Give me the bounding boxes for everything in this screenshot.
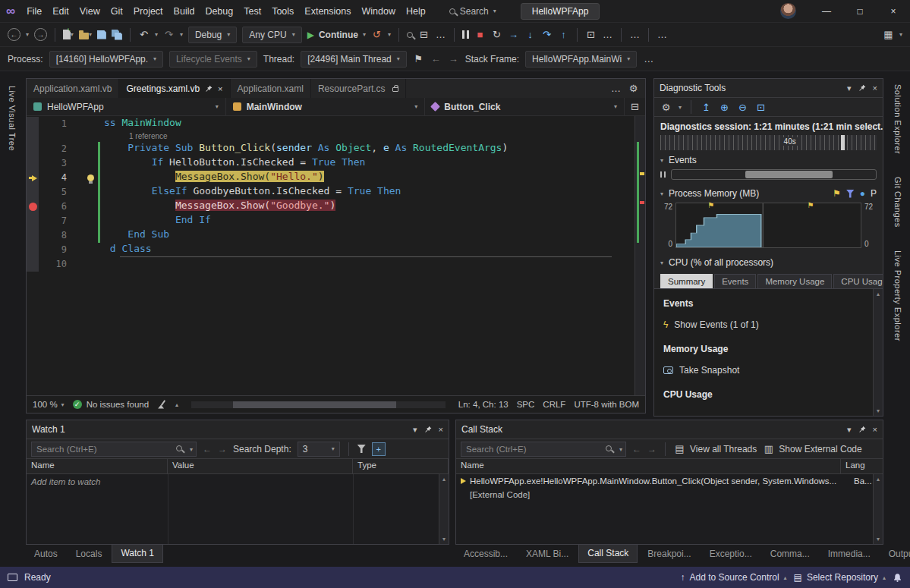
column-type[interactable]: Type bbox=[353, 459, 449, 473]
restart-icon[interactable]: ↻ bbox=[491, 30, 502, 39]
show-events-link[interactable]: ϟShow Events (1 of 1) bbox=[663, 319, 874, 330]
step-into-icon[interactable]: ↓ bbox=[524, 30, 536, 39]
snapshot-marker-icon[interactable]: ⚑ bbox=[808, 201, 814, 209]
save-button[interactable] bbox=[97, 30, 106, 39]
menu-file[interactable]: File bbox=[21, 6, 47, 17]
tab-locals[interactable]: Locals bbox=[68, 545, 111, 563]
lightbulb-icon[interactable] bbox=[87, 175, 94, 181]
overflow-1-icon[interactable]: … bbox=[629, 30, 641, 39]
break-all-icon[interactable] bbox=[462, 30, 469, 39]
call-stack-search-input[interactable] bbox=[461, 442, 626, 457]
tab-breakpoints[interactable]: Breakpoi... bbox=[639, 545, 699, 563]
memory-section-header[interactable]: ▾ Process Memory (MB) ⚑ ● P bbox=[654, 184, 883, 201]
split-window-icon[interactable]: ⊟ bbox=[629, 102, 641, 112]
tab-output[interactable]: Output bbox=[880, 545, 910, 563]
undo-button[interactable]: ↶ bbox=[138, 30, 150, 39]
close-icon[interactable]: × bbox=[873, 84, 877, 93]
events-range[interactable] bbox=[745, 171, 833, 178]
select-repository-button[interactable]: ▤ Select Repository ▴ bbox=[794, 572, 886, 583]
diagnostics-toggle-icon[interactable]: ⊡ bbox=[585, 30, 597, 39]
stack-frame-row[interactable]: [External Code] bbox=[456, 488, 883, 502]
step-out-icon[interactable]: ↑ bbox=[558, 30, 569, 39]
window-menu-icon[interactable]: ▾ bbox=[847, 426, 852, 434]
tab-xaml-binding[interactable]: XAML Bi... bbox=[518, 545, 577, 563]
hot-reload-icon[interactable]: ↺ bbox=[371, 30, 383, 39]
tab-memory-usage[interactable]: Memory Usage bbox=[757, 274, 832, 289]
zoom-out-icon[interactable]: ⊖ bbox=[737, 102, 748, 112]
tab-live-visual-tree[interactable]: Live Visual Tree bbox=[8, 86, 17, 151]
snapshot-marker-icon[interactable]: ⚑ bbox=[707, 201, 714, 209]
issues-indicator[interactable]: ✓No issues found bbox=[73, 400, 149, 409]
type-dropdown[interactable]: MainWindow▾ bbox=[226, 98, 426, 115]
open-file-button[interactable]: ▾ bbox=[79, 30, 92, 39]
memory-chart[interactable]: ⚑ ⚑ bbox=[675, 203, 861, 248]
menu-build[interactable]: Build bbox=[168, 6, 200, 17]
show-external-code-button[interactable]: ▥Show External Code bbox=[763, 444, 861, 454]
tab-summary[interactable]: Summary bbox=[660, 274, 713, 289]
debug-overflow-icon[interactable]: … bbox=[602, 30, 613, 39]
space-indicator[interactable]: SPC bbox=[517, 400, 535, 409]
navigate-forward-icon[interactable]: → bbox=[34, 28, 47, 41]
browser-link-icon[interactable]: ⊟ bbox=[418, 30, 430, 39]
events-swimlane[interactable] bbox=[671, 169, 877, 180]
step-over-icon[interactable]: ↷ bbox=[541, 30, 553, 39]
editor-horizontal-scrollbar[interactable] bbox=[191, 401, 446, 408]
call-stack-body[interactable]: HelloWPFApp.exe!HelloWPFApp.MainWindow.B… bbox=[456, 474, 883, 544]
current-statement-margin[interactable] bbox=[27, 171, 39, 185]
tab-watch-1[interactable]: Watch 1 bbox=[112, 545, 163, 563]
live-share-icon[interactable]: ▦ bbox=[883, 30, 894, 39]
events-section-header[interactable]: ▾ Events bbox=[654, 150, 883, 168]
thread-dropdown[interactable]: [24496] Main Thread▾ bbox=[301, 51, 407, 68]
tab-solution-explorer[interactable]: Solution Explorer bbox=[893, 84, 902, 154]
menu-edit[interactable]: Edit bbox=[47, 6, 74, 17]
tab-greetings-xaml-vb[interactable]: Greetings.xaml.vb × bbox=[119, 79, 230, 98]
solution-platforms-dropdown[interactable]: Any CPU▾ bbox=[242, 27, 301, 43]
show-next-statement-icon[interactable]: → bbox=[508, 30, 519, 39]
menu-view[interactable]: View bbox=[74, 6, 105, 17]
back-chevron-icon[interactable]: ▾ bbox=[26, 31, 29, 38]
tab-accessibility[interactable]: Accessib... bbox=[455, 545, 516, 563]
take-snapshot-link[interactable]: Take Snapshot bbox=[663, 365, 874, 376]
project-dropdown[interactable]: HelloWPFApp▾ bbox=[27, 98, 226, 115]
close-icon[interactable]: × bbox=[873, 426, 877, 434]
menu-extensions[interactable]: Extensions bbox=[299, 6, 356, 17]
reset-view-icon[interactable]: ⊡ bbox=[755, 102, 767, 112]
chevron-down-icon[interactable]: ▾ bbox=[190, 446, 193, 453]
menu-window[interactable]: Window bbox=[357, 6, 401, 17]
encoding-indicator[interactable]: UTF-8 with BOM bbox=[574, 400, 639, 409]
tabbar-gear-icon[interactable]: ⚙ bbox=[628, 83, 639, 93]
filter-watch-icon[interactable] bbox=[357, 445, 366, 453]
tab-cpu-usage[interactable]: CPU Usage bbox=[833, 274, 883, 289]
code-editor[interactable]: 1ss MainWindow 1 reference 2 Private Sub… bbox=[27, 116, 645, 395]
window-menu-icon[interactable]: ▾ bbox=[413, 426, 417, 434]
cpu-section-header[interactable]: ▾ CPU (% of all processors) bbox=[654, 253, 883, 270]
tab-git-changes[interactable]: Git Changes bbox=[893, 177, 902, 228]
menu-help[interactable]: Help bbox=[401, 6, 431, 17]
breakpoint-margin[interactable] bbox=[27, 200, 39, 214]
search-depth-dropdown[interactable]: 3▾ bbox=[298, 442, 340, 457]
search-box[interactable]: Search ▾ bbox=[442, 5, 504, 18]
search-prev-icon[interactable]: ← bbox=[632, 444, 641, 454]
stack-frame-row[interactable]: HelloWPFApp.exe!HelloWPFApp.MainWindow.B… bbox=[456, 474, 883, 488]
maximize-button[interactable]: □ bbox=[843, 0, 877, 22]
tab-application-xaml[interactable]: Application.xaml bbox=[231, 79, 311, 98]
code-cleanup-icon[interactable] bbox=[157, 400, 167, 410]
tab-command[interactable]: Comma... bbox=[762, 545, 818, 563]
codelens-references[interactable]: 1 reference bbox=[104, 131, 645, 142]
add-to-source-control-button[interactable]: ↑ Add to Source Control ▴ bbox=[681, 572, 787, 583]
watch-scrollbar[interactable]: ▴▾ bbox=[439, 474, 449, 544]
timeline-ruler[interactable]: 40s bbox=[660, 135, 877, 150]
timeline-selection-handle[interactable] bbox=[841, 135, 845, 150]
menu-git[interactable]: Git bbox=[105, 6, 128, 17]
tab-live-property-explorer[interactable]: Live Property Explorer bbox=[893, 250, 902, 341]
watch-grid-body[interactable]: Add item to watch ▴▾ bbox=[27, 474, 449, 544]
stop-debugging-icon[interactable]: ■ bbox=[474, 30, 486, 39]
editor-vertical-scrollbar[interactable] bbox=[634, 116, 645, 395]
menu-project[interactable]: Project bbox=[128, 6, 168, 17]
lifecycle-events-dropdown[interactable]: Lifecycle Events▾ bbox=[169, 51, 257, 68]
breakpoint-icon[interactable] bbox=[29, 203, 37, 211]
search-prev-icon[interactable]: ← bbox=[203, 444, 212, 454]
tab-application-xaml-vb[interactable]: Application.xaml.vb bbox=[27, 79, 119, 98]
toolbar-overflow-icon[interactable]: … bbox=[435, 30, 446, 39]
pin-icon[interactable] bbox=[858, 84, 866, 92]
